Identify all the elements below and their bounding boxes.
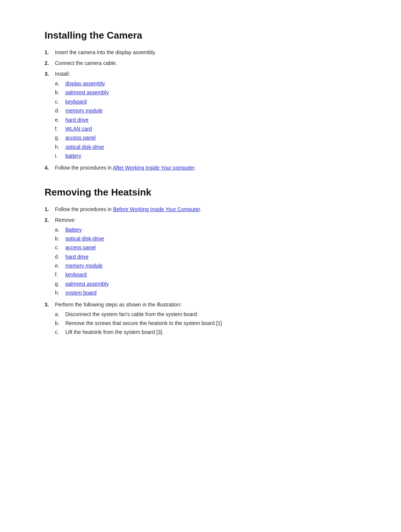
step-number: 3. — [45, 70, 55, 161]
hard-drive-link[interactable]: hard drive — [65, 117, 88, 123]
list-item: c. keyboard — [55, 98, 356, 106]
list-item: c. Lift the heatsink from the system boa… — [55, 328, 356, 336]
sub-letter: a. — [55, 226, 65, 234]
sub-letter: g. — [55, 280, 65, 288]
list-item: 3. Install: a. display assembly b. palmr… — [45, 70, 356, 161]
sub-list-plain: a. Disconnect the system fan's cable fro… — [55, 310, 356, 336]
step-text: Remove: — [55, 217, 76, 223]
sub-content: hard drive — [65, 253, 88, 261]
sub-letter: h. — [55, 289, 65, 297]
sub-letter: h. — [55, 143, 65, 151]
step-text: Install: — [55, 71, 70, 77]
list-item: f. WLAN card — [55, 125, 356, 133]
list-item: e. memory module — [55, 262, 356, 270]
step-number: 2. — [45, 59, 55, 67]
installing-camera-title: Installing the Camera — [45, 30, 356, 41]
sub-content: keyboard — [65, 270, 87, 279]
sub-letter: b. — [55, 234, 65, 243]
step-number: 1. — [45, 206, 55, 213]
step-text-before: Follow the procedures in — [55, 165, 113, 171]
step-content: Perform the following steps as shown in … — [55, 301, 356, 337]
battery-remove-link[interactable]: Battery — [65, 227, 82, 233]
step-text: Perform the following steps as shown in … — [55, 302, 182, 308]
keyboard-link[interactable]: keyboard — [65, 99, 87, 105]
access-panel-link[interactable]: access panel — [65, 135, 96, 141]
step-number: 1. — [45, 49, 55, 56]
palmrest-assembly-link[interactable]: palmrest assembly — [65, 89, 109, 95]
sub-letter: f. — [55, 125, 65, 133]
hard-drive-remove-link[interactable]: hard drive — [65, 254, 88, 260]
optical-disk-drive-remove-link[interactable]: optical disk-drive — [65, 236, 104, 242]
step-number: 2. — [45, 216, 55, 298]
sub-content: system board — [65, 289, 97, 297]
list-item: b. palmrest assembly — [55, 88, 356, 96]
sub-content: battery — [65, 152, 81, 160]
list-item: d. hard drive — [55, 253, 356, 261]
sub-letter: c. — [55, 328, 65, 336]
memory-module-remove-link[interactable]: memory module — [65, 263, 102, 269]
sub-letter: i. — [55, 152, 65, 160]
before-working-link[interactable]: Before Working Inside Your Computer — [113, 206, 200, 212]
keyboard-remove-link[interactable]: keyboard — [65, 272, 87, 278]
step-content: Connect the camera cable. — [55, 59, 356, 67]
access-panel-remove-link[interactable]: access panel — [65, 244, 96, 250]
list-item: f. keyboard — [55, 270, 356, 279]
list-item: a. display assembly — [55, 79, 356, 88]
sub-content: WLAN card — [65, 125, 92, 133]
display-assembly-link[interactable]: display assembly — [65, 81, 105, 86]
sub-content: memory module — [65, 262, 102, 270]
optical-disk-drive-link[interactable]: optical disk-drive — [65, 144, 104, 150]
removing-heatsink-section: Removing the Heatsink 1. Follow the proc… — [45, 187, 356, 337]
sub-letter: d. — [55, 106, 65, 115]
installing-camera-list: 1. Insert the camera into the display as… — [45, 49, 356, 172]
battery-link[interactable]: battery — [65, 153, 81, 159]
removing-heatsink-title: Removing the Heatsink — [45, 187, 356, 198]
sub-list: a. display assembly b. palmrest assembly… — [55, 79, 356, 160]
sub-letter: g. — [55, 134, 65, 142]
list-item: a. Disconnect the system fan's cable fro… — [55, 310, 356, 318]
system-board-remove-link[interactable]: system board — [65, 290, 97, 296]
step-number: 3. — [45, 301, 55, 337]
memory-module-link[interactable]: memory module — [65, 108, 102, 114]
sub-content: keyboard — [65, 98, 87, 106]
after-working-link[interactable]: After Working Inside Your computer — [113, 165, 194, 171]
sub-letter: e. — [55, 116, 65, 124]
list-item: 4. Follow the procedures in After Workin… — [45, 164, 356, 172]
list-item: b. Remove the screws that secure the hea… — [55, 319, 356, 327]
step-text: Insert the camera into the display assem… — [55, 49, 156, 55]
sub-content: display assembly — [65, 79, 105, 88]
installing-camera-section: Installing the Camera 1. Insert the came… — [45, 30, 356, 172]
sub-list: a. Battery b. optical disk-drive c. acce… — [55, 226, 356, 297]
palmrest-assembly-remove-link[interactable]: palmrest assembly — [65, 281, 109, 287]
list-item: 3. Perform the following steps as shown … — [45, 301, 356, 337]
sub-content: access panel — [65, 243, 96, 252]
sub-content: Lift the heatsink from the system board … — [65, 328, 164, 336]
sub-letter: c. — [55, 98, 65, 106]
sub-letter: f. — [55, 270, 65, 279]
page-wrapper: Installing the Camera 1. Insert the came… — [45, 30, 356, 532]
sub-content: optical disk-drive — [65, 234, 104, 243]
step-text: Connect the camera cable. — [55, 60, 117, 66]
list-item: a. Battery — [55, 226, 356, 234]
sub-letter: e. — [55, 262, 65, 270]
sub-letter: c. — [55, 243, 65, 252]
list-item: d. memory module — [55, 106, 356, 115]
wlan-card-link[interactable]: WLAN card — [65, 126, 92, 132]
sub-content: palmrest assembly — [65, 88, 109, 96]
sub-content: Remove the screws that secure the heatsi… — [65, 319, 222, 327]
step-text-before: Follow the procedures in — [55, 206, 113, 212]
list-item: 2. Remove: a. Battery b. optical disk-dr… — [45, 216, 356, 298]
list-item: h. optical disk-drive — [55, 143, 356, 151]
sub-content: hard drive — [65, 116, 88, 124]
sub-letter: b. — [55, 88, 65, 96]
sub-content: access panel — [65, 134, 96, 142]
step-content: Insert the camera into the display assem… — [55, 49, 356, 56]
list-item: b. optical disk-drive — [55, 234, 356, 243]
sub-content: optical disk-drive — [65, 143, 104, 151]
step-text-after: . — [200, 206, 201, 212]
list-item: 2. Connect the camera cable. — [45, 59, 356, 67]
list-item: e. hard drive — [55, 116, 356, 124]
list-item: g. access panel — [55, 134, 356, 142]
step-text-after: . — [194, 165, 196, 171]
sub-content: Battery — [65, 226, 82, 234]
